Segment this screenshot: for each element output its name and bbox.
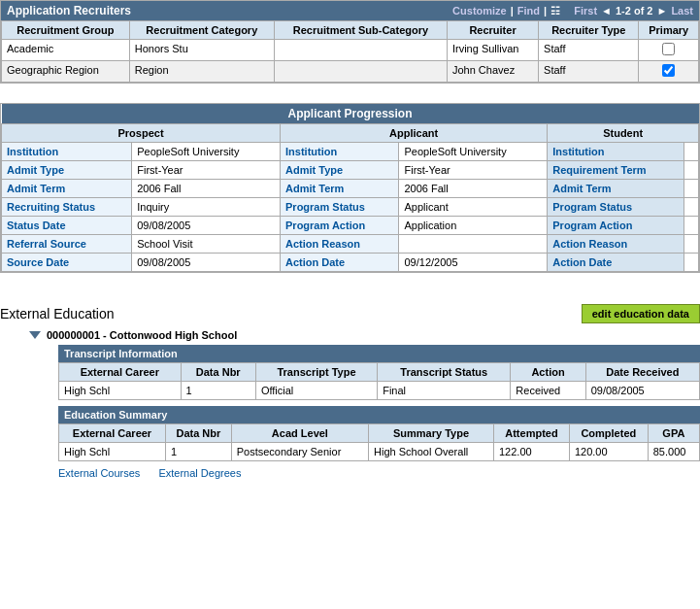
col-category: Recruitment Category: [129, 21, 274, 40]
prog-val1: 09/08/2005: [132, 254, 281, 272]
prog-label2: Program Status: [281, 198, 399, 217]
prog-val2: First-Year: [399, 161, 548, 180]
t-date: 09/08/2005: [585, 382, 699, 400]
progression-row: Admit Type First-Year Admit Type First-Y…: [2, 161, 699, 180]
prog-val3: [684, 161, 699, 180]
col-recruiter: Recruiter: [447, 21, 538, 40]
progression-row: Source Date 09/08/2005 Action Date 09/12…: [2, 254, 699, 272]
progression-row: Referral Source School Visit Action Reas…: [2, 235, 699, 254]
t-action: Received: [511, 382, 585, 400]
col-group: Recruitment Group: [2, 21, 130, 40]
progression-table: Applicant Progression Prospect Applicant…: [1, 104, 699, 272]
es-level: Postsecondary Senior: [231, 443, 368, 461]
prog-val1: First-Year: [132, 161, 281, 180]
recruiters-section: Application Recruiters Customize | Find …: [0, 0, 700, 84]
prog-label1: Institution: [2, 143, 132, 161]
recruiter-name: John Chavez: [447, 61, 538, 83]
external-courses-link[interactable]: External Courses: [58, 467, 140, 479]
recruiter-group: Geographic Region: [2, 61, 130, 83]
last-link[interactable]: Last: [671, 5, 693, 17]
th-career2: External Career: [59, 424, 166, 443]
ext-edu-title: External Education: [0, 306, 115, 321]
prog-val2: PeopleSoft University: [399, 143, 548, 161]
prog-label1: Referral Source: [2, 235, 132, 254]
prog-label3: Action Date: [548, 254, 684, 272]
th-level: Acad Level: [231, 424, 368, 443]
recruiter-subcategory: [274, 61, 447, 83]
find-link[interactable]: Find: [517, 5, 540, 17]
ext-edu-header: External Education edit education data: [0, 302, 700, 325]
prog-label2: Admit Term: [281, 180, 399, 198]
progression-title: Applicant Progression: [2, 104, 699, 124]
customize-link[interactable]: Customize: [452, 5, 507, 17]
prog-val2: Application: [399, 217, 548, 235]
primary-checkbox[interactable]: [662, 43, 675, 55]
progression-section: Applicant Progression Prospect Applicant…: [0, 103, 700, 273]
recruiter-category: Region: [129, 61, 274, 83]
th-gpa: GPA: [648, 424, 699, 443]
prog-label3: Requirement Term: [548, 161, 684, 180]
recruiter-primary: [639, 61, 699, 83]
prog-label2: Action Date: [281, 254, 399, 272]
first-link[interactable]: First: [574, 5, 597, 17]
external-degrees-link[interactable]: External Degrees: [158, 467, 241, 479]
es-gpa: 85.000: [648, 443, 699, 461]
transcript-header: Transcript Information: [58, 345, 700, 362]
prog-val2: [399, 235, 548, 254]
collapse-icon[interactable]: [29, 331, 41, 339]
th-nbr: Data Nbr: [181, 363, 255, 382]
th-type: Transcript Type: [255, 363, 377, 382]
prog-val3: [684, 198, 699, 217]
prog-label1: Recruiting Status: [2, 198, 132, 217]
prog-val1: 09/08/2005: [132, 217, 281, 235]
col-subcategory: Recruitment Sub-Category: [274, 21, 447, 40]
transcript-col-headers: External Career Data Nbr Transcript Type…: [59, 363, 700, 382]
prog-label1: Source Date: [2, 254, 132, 272]
external-education-section: External Education edit education data 0…: [0, 302, 700, 479]
th-completed: Completed: [569, 424, 648, 443]
recruiter-group: Academic: [2, 40, 130, 61]
progression-row: Admit Term 2006 Fall Admit Term 2006 Fal…: [2, 180, 699, 198]
prog-label2: Program Action: [281, 217, 399, 235]
recruiter-type: Staff: [539, 40, 639, 61]
transcript-section: Transcript Information External Career D…: [58, 345, 700, 400]
es-summary: High School Overall: [369, 443, 494, 461]
recruiter-primary: [639, 40, 699, 61]
transcript-table: External Career Data Nbr Transcript Type…: [58, 362, 700, 400]
col-primary: Primary: [639, 21, 699, 40]
edit-education-button[interactable]: edit education data: [582, 304, 700, 323]
prog-label3: Admit Term: [548, 180, 684, 198]
prog-label1: Admit Term: [2, 180, 132, 198]
prog-val1: 2006 Fall: [132, 180, 281, 198]
prog-val3: [684, 143, 699, 161]
pagination-info: 1-2 of 2: [616, 5, 653, 17]
grid-icon[interactable]: ☷: [550, 5, 560, 17]
links-row: External Courses External Degrees: [58, 467, 642, 479]
recruiter-row: Geographic Region Region John Chavez Sta…: [2, 61, 699, 83]
es-nbr: 1: [166, 443, 232, 461]
primary-checkbox[interactable]: [662, 64, 675, 77]
prog-label2: Institution: [281, 143, 399, 161]
prog-label3: Institution: [548, 143, 684, 161]
prog-label3: Action Reason: [548, 235, 684, 254]
progression-col-headers: Prospect Applicant Student: [2, 124, 699, 143]
prog-val1: PeopleSoft University: [132, 143, 281, 161]
es-attempted: 122.00: [494, 443, 570, 461]
prog-val2: 2006 Fall: [399, 180, 548, 198]
recruiter-row: Academic Honors Stu Irving Sullivan Staf…: [2, 40, 699, 61]
prog-val3: [684, 180, 699, 198]
recruiters-title: Application Recruiters: [7, 4, 131, 17]
recruiter-category: Honors Stu: [129, 40, 274, 61]
transcript-row: High Schl 1 Official Final Received 09/0…: [59, 382, 700, 400]
prog-val1: Inquiry: [132, 198, 281, 217]
recruiters-header-row: Recruitment Group Recruitment Category R…: [2, 21, 699, 40]
prog-label2: Action Reason: [281, 235, 399, 254]
progression-row: Recruiting Status Inquiry Program Status…: [2, 198, 699, 217]
recruiter-subcategory: [274, 40, 447, 61]
prog-val2: 09/12/2005: [399, 254, 548, 272]
prog-val2: Applicant: [399, 198, 548, 217]
edu-summary-section: Education Summary External Career Data N…: [58, 406, 700, 461]
th-date: Date Received: [585, 363, 699, 382]
es-career: High Schl: [59, 443, 166, 461]
prog-val1: School Visit: [132, 235, 281, 254]
